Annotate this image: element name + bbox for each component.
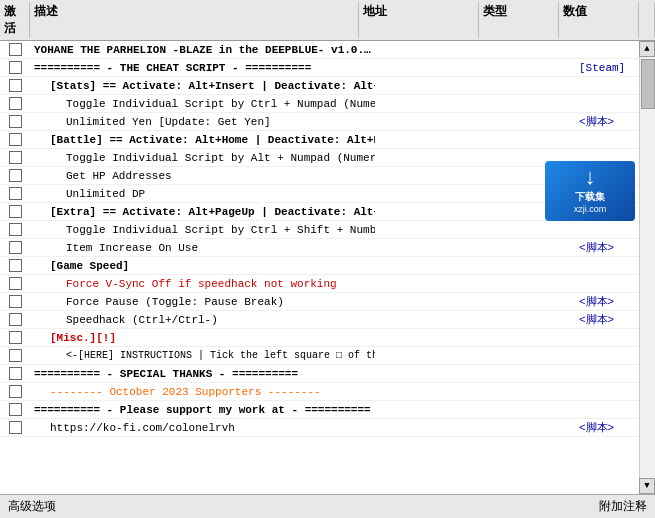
checkbox-cell xyxy=(0,187,30,200)
checkbox-cell xyxy=(0,133,30,146)
row-type xyxy=(495,283,575,285)
row-checkbox[interactable] xyxy=(9,403,22,416)
checkbox-cell xyxy=(0,421,30,434)
col-scroll-space xyxy=(639,2,655,38)
row-desc: Toggle Individual Script by Alt + Numpad… xyxy=(30,151,375,165)
row-type xyxy=(495,409,575,411)
row-checkbox[interactable] xyxy=(9,115,22,128)
table-row: Force Pause (Toggle: Pause Break) <脚本> xyxy=(0,293,655,311)
row-addr xyxy=(375,301,495,303)
checkbox-cell xyxy=(0,259,30,272)
row-type xyxy=(495,211,575,213)
row-checkbox[interactable] xyxy=(9,385,22,398)
row-desc: Unlimited Yen [Update: Get Yen] xyxy=(30,115,375,129)
row-type xyxy=(495,427,575,429)
row-desc: [Game Speed] xyxy=(30,259,375,273)
table-row: <-[HERE] INSTRUCTIONS | Tick the left sq… xyxy=(0,347,655,365)
scrollbar-up-button[interactable]: ▲ xyxy=(639,41,655,57)
checkbox-cell xyxy=(0,403,30,416)
row-desc: Force V-Sync Off if speedhack not workin… xyxy=(30,277,375,291)
row-checkbox[interactable] xyxy=(9,79,22,92)
table-row: ========== - SPECIAL THANKS - ========== xyxy=(0,365,655,383)
checkbox-cell xyxy=(0,367,30,380)
row-checkbox[interactable] xyxy=(9,277,22,290)
table-body: YOHANE THE PARHELION -BLAZE in the DEEPB… xyxy=(0,41,655,494)
col-desc: 描述 xyxy=(30,2,359,38)
row-desc: [Extra] == Activate: Alt+PageUp | Deacti… xyxy=(30,205,375,219)
row-addr xyxy=(375,157,495,159)
row-type xyxy=(495,247,575,249)
row-checkbox[interactable] xyxy=(9,151,22,164)
row-type xyxy=(495,229,575,231)
advanced-options-button[interactable]: 高级选项 xyxy=(8,498,56,515)
row-addr xyxy=(375,373,495,375)
col-type: 类型 xyxy=(479,2,559,38)
checkbox-cell xyxy=(0,61,30,74)
row-desc: Toggle Individual Script by Ctrl + Shift… xyxy=(30,223,375,237)
checkbox-cell xyxy=(0,349,30,362)
scrollbar-down-button[interactable]: ▼ xyxy=(639,478,655,494)
row-checkbox[interactable] xyxy=(9,223,22,236)
checkbox-cell xyxy=(0,205,30,218)
col-val: 数值 xyxy=(559,2,639,38)
row-checkbox[interactable] xyxy=(9,367,22,380)
row-checkbox[interactable] xyxy=(9,97,22,110)
row-checkbox[interactable] xyxy=(9,205,22,218)
checkbox-cell xyxy=(0,331,30,344)
row-type xyxy=(495,49,575,51)
row-checkbox[interactable] xyxy=(9,61,22,74)
row-addr xyxy=(375,247,495,249)
checkbox-cell xyxy=(0,169,30,182)
table-row: Toggle Individual Script by Ctrl + Numpa… xyxy=(0,95,655,113)
row-checkbox[interactable] xyxy=(9,331,22,344)
row-desc: Toggle Individual Script by Ctrl + Numpa… xyxy=(30,97,375,111)
row-addr xyxy=(375,337,495,339)
checkbox-cell xyxy=(0,151,30,164)
main-container: 激活 描述 地址 类型 数值 YOHANE THE PARHELION -BLA… xyxy=(0,0,655,518)
row-checkbox[interactable] xyxy=(9,421,22,434)
row-type xyxy=(495,103,575,105)
scrollbar-thumb[interactable] xyxy=(641,59,655,109)
row-checkbox[interactable] xyxy=(9,187,22,200)
row-checkbox[interactable] xyxy=(9,43,22,56)
row-desc: Unlimited DP xyxy=(30,187,375,201)
col-addr: 地址 xyxy=(359,2,479,38)
add-comment-button[interactable]: 附加注释 xyxy=(599,498,647,515)
table-row: YOHANE THE PARHELION -BLAZE in the DEEPB… xyxy=(0,41,655,59)
row-type xyxy=(495,193,575,195)
checkbox-cell xyxy=(0,241,30,254)
table-row: [Stats] == Activate: Alt+Insert | Deacti… xyxy=(0,77,655,95)
row-desc: <-[HERE] INSTRUCTIONS | Tick the left sq… xyxy=(30,349,375,362)
row-addr xyxy=(375,193,495,195)
row-checkbox[interactable] xyxy=(9,241,22,254)
checkbox-cell xyxy=(0,43,30,56)
row-addr xyxy=(375,229,495,231)
table-row: Get HP Addresses <脚本> xyxy=(0,167,655,185)
row-type xyxy=(495,319,575,321)
row-addr xyxy=(375,391,495,393)
table-row: -------- October 2023 Supporters -------… xyxy=(0,383,655,401)
table-row: Unlimited DP <脚本> xyxy=(0,185,655,203)
row-checkbox[interactable] xyxy=(9,349,22,362)
row-type xyxy=(495,175,575,177)
row-addr xyxy=(375,211,495,213)
row-checkbox[interactable] xyxy=(9,313,22,326)
footer: 高级选项 附加注释 xyxy=(0,494,655,518)
table-row: [Misc.][!] xyxy=(0,329,655,347)
row-checkbox[interactable] xyxy=(9,169,22,182)
row-checkbox[interactable] xyxy=(9,295,22,308)
row-type xyxy=(495,157,575,159)
row-addr xyxy=(375,265,495,267)
table-row: [Extra] == Activate: Alt+PageUp | Deacti… xyxy=(0,203,655,221)
row-checkbox[interactable] xyxy=(9,259,22,272)
table-row: ========== - THE CHEAT SCRIPT - ========… xyxy=(0,59,655,77)
row-type xyxy=(495,67,575,69)
row-checkbox[interactable] xyxy=(9,133,22,146)
row-desc: Get HP Addresses xyxy=(30,169,375,183)
checkbox-cell xyxy=(0,223,30,236)
row-addr xyxy=(375,355,495,357)
scrollbar-track: ▲ ▼ xyxy=(639,41,655,494)
checkbox-cell xyxy=(0,295,30,308)
table-row: https://ko-fi.com/colonelrvh <脚本> xyxy=(0,419,655,437)
table-row: Force V-Sync Off if speedhack not workin… xyxy=(0,275,655,293)
